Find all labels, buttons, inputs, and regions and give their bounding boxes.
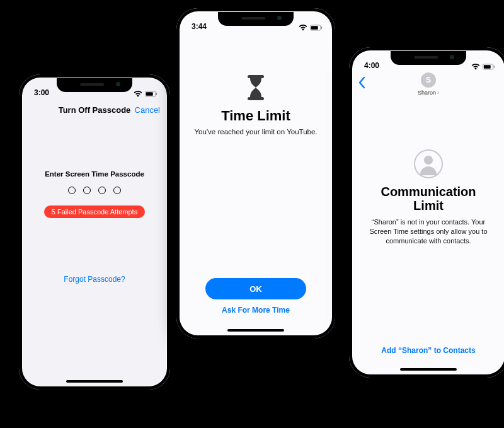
home-indicator[interactable] <box>66 380 123 383</box>
back-button[interactable] <box>358 76 367 91</box>
home-indicator[interactable] <box>400 368 457 371</box>
svg-rect-2 <box>156 93 157 95</box>
svg-rect-9 <box>484 65 491 68</box>
passcode-prompt: Enter Screen Time Passcode <box>45 170 144 178</box>
pin-dot <box>98 187 106 194</box>
contact-name-label: Sharon <box>418 90 436 96</box>
ok-button[interactable]: OK <box>205 278 306 299</box>
screen: 3:00 Turn Off Passcode Cancel Enter Scre… <box>23 78 166 386</box>
battery-icon <box>145 91 158 97</box>
subtitle: You've reached your limit on YouTube. <box>194 128 317 136</box>
notch <box>391 51 466 65</box>
chevron-right-icon: › <box>437 90 439 96</box>
status-time: 3:00 <box>32 88 49 97</box>
hourglass-icon <box>245 75 266 103</box>
pin-dot <box>83 187 91 194</box>
wifi-icon <box>299 25 307 31</box>
contact-avatar-small[interactable]: S <box>421 72 436 88</box>
notch <box>218 12 294 26</box>
ask-more-time-link[interactable]: Ask For More Time <box>222 306 290 315</box>
battery-icon <box>310 25 323 31</box>
svg-rect-6 <box>248 75 264 78</box>
svg-rect-10 <box>494 66 495 68</box>
home-indicator[interactable] <box>227 329 284 332</box>
page-title: Communication Limit <box>367 185 490 212</box>
contact-initial: S <box>426 76 431 84</box>
svg-rect-1 <box>146 92 153 95</box>
screen: 4:00 S Sharon <box>353 51 504 374</box>
nav-bar: Turn Off Passcode Cancel <box>23 98 166 121</box>
description: “Sharon” is not in your contacts. Your S… <box>367 217 490 246</box>
notch <box>57 78 132 92</box>
screen: 3:44 <box>180 12 331 335</box>
status-time: 4:00 <box>362 61 379 70</box>
phone-time-limit: 3:44 <box>176 8 335 338</box>
add-to-contacts-link[interactable]: Add “Sharon” to Contacts <box>381 346 475 355</box>
wifi-icon <box>471 64 480 70</box>
passcode-dots[interactable] <box>68 187 121 194</box>
forgot-passcode-link[interactable]: Forgot Passcode? <box>64 275 125 284</box>
contact-name-button[interactable]: Sharon › <box>418 90 439 96</box>
svg-rect-4 <box>311 26 318 29</box>
svg-rect-7 <box>248 97 264 100</box>
page-title: Time Limit <box>221 108 290 124</box>
wifi-icon <box>134 91 142 97</box>
pin-dot <box>68 187 76 194</box>
error-badge: 5 Failed Passcode Attempts <box>44 205 145 218</box>
status-time: 3:44 <box>189 22 207 31</box>
phone-passcode: 3:00 Turn Off Passcode Cancel Enter Scre… <box>19 74 170 390</box>
svg-rect-5 <box>321 26 322 29</box>
phone-communication-limit: 4:00 S Sharon <box>349 47 504 378</box>
pin-dot <box>113 187 121 194</box>
battery-icon <box>483 64 495 70</box>
contact-silhouette-icon <box>414 149 443 178</box>
cancel-button[interactable]: Cancel <box>135 105 160 115</box>
